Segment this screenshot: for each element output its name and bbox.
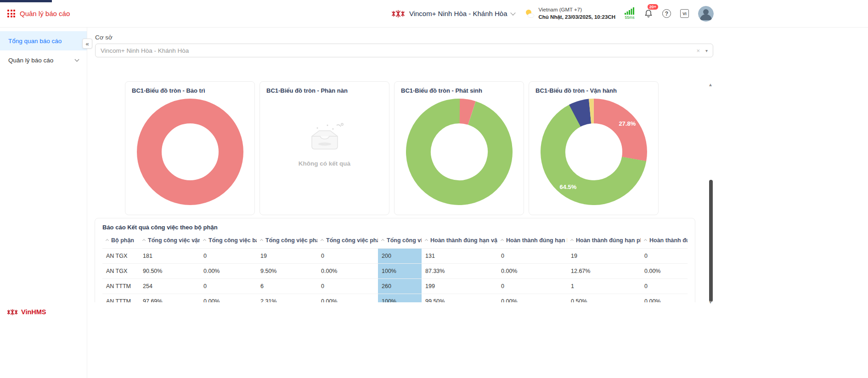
table-cell: 12.67%	[567, 264, 641, 279]
facility-label: Cơ sở	[95, 34, 868, 41]
table-cell: AN TTTM	[102, 279, 139, 294]
page-title: Quản lý báo cáo	[20, 10, 70, 17]
report-table-card: Báo cáo Kết quả công việc theo bộ phận B…	[95, 218, 695, 302]
table-scroll-wrap: Bộ phậnTổng công việc vận hànhTổng công …	[102, 233, 688, 302]
notifications-button[interactable]: 20+	[644, 8, 653, 20]
table-cell: 0.00%	[200, 294, 257, 303]
sort-caret-icon	[203, 239, 206, 242]
table-cell: 0.00%	[497, 264, 567, 279]
table-cell: 0	[641, 249, 688, 264]
table-cell: 0.00%	[641, 264, 688, 279]
scroll-up-arrow-icon[interactable]: ▲	[708, 83, 713, 87]
table-cell: AN TGX	[102, 264, 139, 279]
notification-badge: 20+	[647, 4, 659, 10]
chevron-down-icon	[75, 57, 79, 62]
table-cell: 9.50%	[257, 264, 317, 279]
table-cell: 200	[378, 249, 422, 264]
table-cell: 0.00%	[317, 264, 378, 279]
table-column-header[interactable]: Hoàn thành đúng hạn bảo trì	[497, 233, 567, 249]
sidebar-item-report-management[interactable]: Quản lý báo cáo	[0, 50, 87, 70]
table-cell: 0.00%	[497, 294, 567, 303]
facility-select[interactable]: Vincom+ Ninh Hòa - Khánh Hòa × ▾	[95, 44, 713, 57]
table-cell: AN TGX	[102, 249, 139, 264]
table-cell: 90.50%	[139, 264, 200, 279]
vinhms-footer-logo: VinHMS	[6, 308, 46, 316]
property-selector[interactable]: Vincom+ Ninh Hòa - Khánh Hòa	[391, 10, 515, 18]
scrollbar-thumb[interactable]	[709, 180, 713, 302]
empty-state-text: Không có kết quả	[299, 160, 350, 167]
clear-icon[interactable]: ×	[696, 47, 700, 54]
sidebar-item-label: Tổng quan báo cáo	[8, 38, 62, 44]
table-column-header[interactable]: Tổng công việc	[378, 233, 422, 249]
sidebar: Tổng quan báo cáo Quản lý báo cáo VinHMS	[0, 28, 87, 378]
report-table: Bộ phậnTổng công việc vận hànhTổng công …	[102, 233, 688, 302]
table-column-header[interactable]: Hoàn thành đúng hạn phát sinh	[567, 233, 641, 249]
language-code: VI	[682, 11, 687, 16]
scroll-down-arrow-icon[interactable]: ▼	[708, 300, 713, 305]
table-cell: 260	[378, 279, 422, 294]
table-column-header[interactable]: Tổng công việc vận hành	[139, 233, 200, 249]
sidebar-collapse-button[interactable]: «	[82, 39, 92, 49]
table-cell: 0.00%	[317, 294, 378, 303]
main-content: Cơ sở Vincom+ Ninh Hòa - Khánh Hòa × ▾ B…	[87, 28, 868, 378]
svg-text:27.8%: 27.8%	[619, 120, 636, 127]
svg-text:64.5%: 64.5%	[559, 183, 576, 190]
user-avatar[interactable]	[698, 6, 714, 22]
table-column-header[interactable]: Hoàn thành đúng hạn	[641, 233, 688, 249]
sort-caret-icon	[425, 239, 428, 242]
table-column-header[interactable]: Tổng công việc bảo trì	[200, 233, 257, 249]
donut-chart: 27.8%64.5%	[541, 99, 647, 205]
table-cell: 19	[567, 249, 641, 264]
table-column-header[interactable]: Hoàn thành đúng hạn vận hành	[422, 233, 497, 249]
table-cell: 1	[567, 279, 641, 294]
table-cell: 0	[200, 279, 257, 294]
language-switcher[interactable]: VI	[680, 9, 689, 18]
table-row: AN TGX90.50%0.00%9.50%0.00%100%87.33%0.0…	[102, 264, 688, 279]
signal-bars-icon	[625, 7, 635, 15]
sidebar-item-report-overview[interactable]: Tổng quan báo cáo	[0, 31, 87, 50]
sort-caret-icon	[321, 239, 324, 242]
timezone-label: Vietnam (GMT +7)	[539, 6, 615, 14]
table-cell: 100%	[378, 294, 422, 303]
avatar-image	[698, 6, 714, 22]
sort-caret-icon	[381, 239, 384, 242]
empty-state: Không có kết quả	[266, 122, 383, 167]
empty-box-icon	[304, 122, 346, 153]
help-button[interactable]: ?	[662, 9, 671, 18]
table-column-header[interactable]: Tổng công việc phàn nàn	[317, 233, 378, 249]
table-cell: 181	[139, 249, 200, 264]
table-cell: 100%	[378, 264, 422, 279]
weather-icon	[524, 8, 535, 19]
table-cell: 99.50%	[422, 294, 497, 303]
table-row: AN TTTM97.69%0.00%2.31%0.00%100%99.50%0.…	[102, 294, 688, 303]
vincom-logo-icon	[391, 10, 406, 18]
latency-value: 55ms	[625, 15, 635, 20]
select-caret-icon[interactable]: ▾	[705, 48, 708, 53]
table-cell: 2.31%	[257, 294, 317, 303]
header-right-cluster: Vincom+ Ninh Hòa - Khánh Hòa Vietnam (GM…	[391, 6, 714, 22]
donut-chart	[137, 99, 243, 205]
donut-chart	[406, 99, 513, 205]
table-row: AN TTTM254060260199010	[102, 279, 688, 294]
table-cell: 199	[422, 279, 497, 294]
vinhms-logo-text: VinHMS	[21, 308, 46, 316]
table-cell: 0	[317, 249, 378, 264]
datetime-label: Chủ Nhật, 23/03/2025, 10:23CH	[539, 14, 615, 21]
network-latency: 55ms	[625, 7, 635, 20]
vertical-scrollbar: ▲ ▼	[707, 83, 715, 308]
table-cell: 19	[257, 249, 317, 264]
app-launcher-grid-icon[interactable]	[7, 10, 15, 17]
sort-caret-icon	[106, 239, 109, 242]
table-column-header[interactable]: Tổng công việc phát sinh	[257, 233, 317, 249]
chart-title: BC1-Biểu đồ tròn - Phát sinh	[401, 87, 517, 94]
charts-row: BC1-Biểu đồ tròn - Bảo trìBC1-Biểu đồ tr…	[125, 81, 868, 215]
sidebar-item-label: Quản lý báo cáo	[8, 57, 53, 64]
vinhms-logo-icon	[6, 309, 18, 316]
app-header: Quản lý báo cáo Vincom+ Ninh Hòa - Khánh…	[0, 0, 868, 28]
chevron-down-icon	[510, 10, 515, 15]
table-cell: 0	[641, 279, 688, 294]
table-cell: AN TTTM	[102, 294, 139, 303]
table-cell: 0.00%	[200, 264, 257, 279]
table-column-header[interactable]: Bộ phận	[102, 233, 139, 249]
table-cell: 0	[497, 249, 567, 264]
